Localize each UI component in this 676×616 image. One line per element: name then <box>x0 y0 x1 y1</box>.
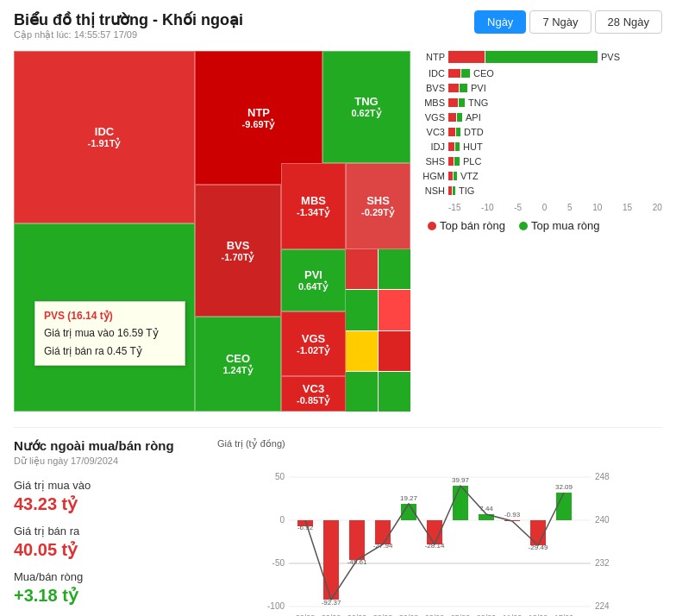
bar-row-hgm-vtz: HGM VTZ <box>421 171 662 181</box>
bar-label-tig: TIG <box>459 185 474 196</box>
bottom-chart: 50 0 -50 -100 248 240 232 224 -6.92 20/0… <box>217 451 662 616</box>
svg-text:232: 232 <box>595 558 610 568</box>
main-chart-section: IDC -1.91Tỷ PVS 16.14Tỷ NTP -9.69Tỷ TNG … <box>14 51 662 413</box>
stat-value-net: +3.18 tỷ <box>14 585 203 606</box>
treemap-cell-TNG: TNG 0.62Tỷ <box>322 51 410 163</box>
treemap-cell-VC3: VC3 -0.85Tỷ <box>281 376 346 412</box>
treemap-small-cell <box>379 249 410 289</box>
bar-label-plc: PLC <box>463 156 481 167</box>
svg-text:50: 50 <box>275 472 285 481</box>
svg-text:0: 0 <box>279 515 285 525</box>
bar-2808 <box>375 520 391 544</box>
bar-shs <box>448 157 460 166</box>
bar-row-idj-hut: IDJ HUT <box>421 141 662 152</box>
bar-label-tng: TNG <box>468 97 488 108</box>
stat-value-buy: 43.23 tỷ <box>14 493 203 514</box>
treemap-small-cell <box>346 372 378 412</box>
stat-row-buy: Giá trị mua vào 43.23 tỷ <box>14 479 203 514</box>
treemap-small-cell <box>346 331 378 371</box>
stat-row-net: Mua/bán ròng +3.18 tỷ <box>14 570 203 606</box>
bar-bvs <box>448 84 467 92</box>
bar-idc <box>448 69 470 78</box>
chart-y-label: Giá trị (tỷ đồng) <box>217 438 662 449</box>
bar-pvs-green <box>485 51 598 63</box>
update-time: Cập nhật lúc: 14:55:57 17/09 <box>14 29 243 41</box>
bar-row-ntp-pvs: NTP PVS <box>421 51 662 63</box>
treemap-small-cell <box>346 290 378 330</box>
stat-value-sell: 40.05 tỷ <box>14 539 203 560</box>
stat-label-buy: Giá trị mua vào <box>14 479 203 492</box>
bar-label-vtz: VTZ <box>460 171 479 181</box>
bar-ntp <box>448 51 598 63</box>
bar-label-api: API <box>466 112 481 123</box>
treemap-cell-SHS: SHS -0.29Tỷ <box>346 163 410 249</box>
svg-text:-0.93: -0.93 <box>504 511 521 519</box>
page-title: Biểu đồ thị trường - Khối ngoại <box>14 10 243 29</box>
bar-1709 <box>556 493 572 520</box>
treemap-small-cells <box>346 249 410 412</box>
line-chart-container: Giá trị (tỷ đồng) 50 0 -50 -100 248 240 … <box>217 438 662 616</box>
bar-label-bvs: BVS <box>421 83 445 93</box>
bottom-section: Nước ngoài mua/bán ròng Dữ liệu ngày 17/… <box>14 427 662 616</box>
svg-text:-50: -50 <box>272 558 285 568</box>
bar-vc3 <box>448 128 460 136</box>
treemap-cell-VGS: VGS -1.02Tỷ <box>281 311 346 376</box>
bar-nsh <box>448 186 455 195</box>
stat-label-sell: Giá trị bán ra <box>14 525 203 537</box>
svg-text:19.27: 19.27 <box>400 494 418 502</box>
treemap-small-cell <box>379 290 410 330</box>
bar-chart-axis: -15 -10 -5 0 5 10 15 20 <box>448 203 662 212</box>
bar-label-idc: IDC <box>421 68 445 79</box>
bar-label-ntp: NTP <box>421 52 445 62</box>
treemap-cell-PVS: PVS 16.14Tỷ <box>14 223 195 412</box>
svg-text:248: 248 <box>595 472 610 481</box>
time-btn-28day[interactable]: 28 Ngày <box>595 10 662 34</box>
bar-row-bvs-pvi: BVS PVI <box>421 83 662 93</box>
bar-label-idj: IDJ <box>421 141 445 152</box>
bar-label-vgs: VGS <box>421 112 445 123</box>
bar-label-vc3: VC3 <box>421 127 445 137</box>
time-btn-day[interactable]: Ngày <box>474 10 526 34</box>
bar-label-nsh: NSH <box>421 185 445 196</box>
bar-label-hgm: HGM <box>421 171 445 181</box>
bar-mbs <box>448 98 465 107</box>
treemap-cell-IDC: IDC -1.91Tỷ <box>14 51 195 223</box>
treemap-small-cell <box>379 372 410 412</box>
bar-label-shs: SHS <box>421 156 445 167</box>
svg-text:240: 240 <box>595 515 610 525</box>
stats-date: Dữ liệu ngày 17/09/2024 <box>14 456 203 467</box>
svg-text:32.09: 32.09 <box>555 483 573 491</box>
svg-text:39.97: 39.97 <box>452 476 470 484</box>
bar-row-vc3-dtd: VC3 DTD <box>421 127 662 137</box>
bar-ntp-red <box>448 51 485 63</box>
stats-panel: Nước ngoài mua/bán ròng Dữ liệu ngày 17/… <box>14 438 203 616</box>
legend-red: Top bán ròng <box>428 219 505 232</box>
bar-label-ceo: CEO <box>473 68 494 79</box>
bar-idj <box>448 142 460 151</box>
bar-row-idc-ceo: IDC CEO <box>421 68 662 79</box>
treemap-cell-PVI: PVI 0.64Tỷ <box>281 249 346 311</box>
bar-hgm <box>448 172 457 180</box>
bar-row-nsh-tig: NSH TIG <box>421 185 662 196</box>
svg-text:-100: -100 <box>267 601 285 611</box>
treemap: IDC -1.91Tỷ PVS 16.14Tỷ NTP -9.69Tỷ TNG … <box>14 51 410 413</box>
legend-green: Top mua ròng <box>519 219 600 232</box>
treemap-cell-BVS: BVS -1.70Tỷ <box>195 185 281 317</box>
bar-2208 <box>323 520 339 600</box>
time-btn-7day[interactable]: 7 Ngày <box>529 10 591 34</box>
bar-chart-container: NTP PVS IDC CEO BVS <box>421 51 662 413</box>
bar-label-hut: HUT <box>463 141 483 152</box>
svg-text:224: 224 <box>595 601 610 611</box>
treemap-container: IDC -1.91Tỷ PVS 16.14Tỷ NTP -9.69Tỷ TNG … <box>14 51 410 413</box>
legend-green-label: Top mua ròng <box>531 219 600 232</box>
legend-green-dot <box>519 222 528 230</box>
bar-2608 <box>349 520 365 560</box>
bar-row-mbs-tng: MBS TNG <box>421 97 662 108</box>
bar-chart-legend: Top bán ròng Top mua ròng <box>428 219 662 232</box>
svg-text:-6.92: -6.92 <box>297 524 314 531</box>
bar-vgs <box>448 113 462 122</box>
stat-label-net: Mua/bán ròng <box>14 570 203 583</box>
bar-label-pvs: PVS <box>601 52 623 62</box>
treemap-cell-MBS: MBS -1.34Tỷ <box>281 163 346 249</box>
treemap-cell-CEO: CEO 1.24Tỷ <box>195 317 281 412</box>
